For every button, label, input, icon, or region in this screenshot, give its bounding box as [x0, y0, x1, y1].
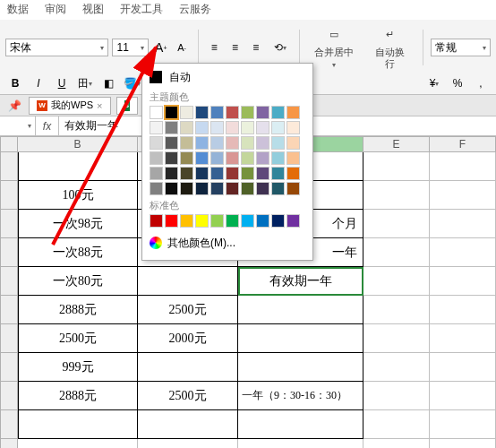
color-swatch[interactable]	[286, 106, 300, 119]
cell[interactable]	[138, 353, 238, 382]
color-swatch[interactable]	[195, 121, 209, 134]
cell[interactable]: 2500元	[18, 324, 138, 353]
column-header-b[interactable]: B	[18, 136, 138, 152]
more-colors-option[interactable]: 其他颜色(M)...	[150, 233, 305, 253]
color-swatch[interactable]	[226, 136, 239, 150]
cell[interactable]	[18, 152, 138, 181]
border-button[interactable]: 田▾	[75, 74, 95, 92]
color-swatch[interactable]	[256, 182, 269, 195]
row-header[interactable]	[0, 382, 18, 410]
cell[interactable]	[363, 382, 430, 410]
orientation-button[interactable]: ⟲▾	[268, 39, 292, 56]
color-swatch[interactable]	[241, 182, 254, 195]
color-swatch[interactable]	[256, 136, 269, 150]
eraser-button[interactable]: ◧	[98, 74, 118, 92]
cell[interactable]: 一年（9：30-16：30）	[238, 382, 363, 410]
cell[interactable]: 100元	[18, 181, 138, 210]
color-swatch[interactable]	[150, 106, 163, 119]
select-all-corner[interactable]	[0, 136, 18, 152]
name-box[interactable]: ▾	[0, 116, 36, 135]
color-swatch[interactable]	[150, 136, 163, 150]
ribbon-tab[interactable]: 开发工具	[120, 0, 163, 19]
color-swatch[interactable]	[271, 167, 285, 180]
color-swatch[interactable]	[195, 151, 209, 165]
tab-spreadsheet[interactable]: S	[116, 97, 138, 115]
color-swatch[interactable]	[180, 136, 193, 150]
row-header[interactable]	[0, 181, 18, 210]
color-swatch[interactable]	[195, 214, 209, 228]
cell[interactable]: 一次88元	[18, 238, 138, 267]
color-swatch[interactable]	[286, 121, 300, 134]
wrap-text-button[interactable]: ↵ 自动换行	[364, 24, 415, 71]
cell[interactable]	[430, 296, 496, 324]
color-swatch[interactable]	[226, 106, 239, 119]
color-swatch[interactable]	[165, 151, 178, 165]
color-swatch[interactable]	[286, 214, 300, 228]
cell[interactable]	[138, 410, 238, 439]
cell[interactable]: 2500元	[138, 382, 238, 410]
bold-button[interactable]: B	[5, 74, 25, 92]
color-swatch[interactable]	[195, 136, 209, 150]
color-swatch[interactable]	[226, 167, 239, 180]
color-swatch[interactable]	[271, 106, 285, 119]
align-middle-button[interactable]: ≡	[227, 39, 244, 56]
ribbon-tab[interactable]: 数据	[7, 0, 29, 19]
color-swatch[interactable]	[226, 151, 239, 165]
color-swatch[interactable]	[210, 136, 224, 150]
row-header[interactable]	[0, 410, 18, 439]
color-swatch[interactable]	[241, 121, 254, 134]
color-auto-option[interactable]: 自动	[150, 67, 305, 87]
fx-button[interactable]: fx	[36, 116, 59, 135]
cell[interactable]	[363, 324, 430, 353]
cell[interactable]	[430, 324, 496, 353]
number-format-select[interactable]: 常规 ▾	[431, 39, 492, 56]
cell[interactable]	[430, 382, 496, 410]
cell[interactable]: 2500元	[138, 296, 238, 324]
cell[interactable]	[430, 267, 496, 296]
italic-button[interactable]: I	[29, 74, 48, 92]
font-size-select[interactable]: 11 ▾	[112, 39, 149, 56]
color-swatch[interactable]	[271, 121, 285, 134]
cell[interactable]: 2888元	[18, 382, 138, 410]
color-swatch[interactable]	[210, 151, 224, 165]
color-swatch[interactable]	[210, 121, 224, 134]
cell[interactable]	[18, 410, 138, 439]
color-swatch[interactable]	[210, 214, 224, 228]
cell[interactable]	[363, 410, 430, 439]
cell[interactable]	[363, 267, 430, 296]
cell[interactable]	[430, 439, 496, 448]
color-swatch[interactable]	[150, 167, 163, 180]
ribbon-tab[interactable]: 视图	[82, 0, 104, 19]
ribbon-tab[interactable]: 云服务	[179, 0, 211, 19]
cell[interactable]	[238, 439, 363, 448]
percent-button[interactable]: %	[448, 74, 467, 92]
column-header-f[interactable]: F	[430, 136, 496, 152]
close-icon[interactable]: ×	[97, 100, 102, 111]
color-swatch[interactable]	[165, 106, 178, 119]
fill-color-button[interactable]: 🪣▾	[122, 74, 141, 92]
color-swatch[interactable]	[210, 106, 224, 119]
color-swatch[interactable]	[286, 167, 300, 180]
color-swatch[interactable]	[286, 136, 300, 150]
color-swatch[interactable]	[241, 214, 254, 228]
row-header[interactable]	[0, 267, 18, 296]
cell[interactable]	[363, 296, 430, 324]
merge-center-button[interactable]: ▭ 合并居中▾	[307, 24, 361, 71]
color-swatch[interactable]	[256, 214, 269, 228]
color-swatch[interactable]	[241, 151, 254, 165]
color-swatch[interactable]	[271, 136, 285, 150]
currency-button[interactable]: ¥▾	[424, 74, 444, 92]
cell[interactable]	[430, 152, 496, 181]
cell[interactable]	[18, 439, 138, 448]
align-bottom-button[interactable]: ≡	[247, 39, 264, 56]
color-swatch[interactable]	[180, 167, 193, 180]
color-swatch[interactable]	[165, 136, 178, 150]
cell[interactable]	[363, 353, 430, 382]
cell[interactable]: 一次98元	[18, 210, 138, 238]
cell[interactable]: 一次80元	[18, 267, 138, 296]
cell[interactable]	[363, 439, 430, 448]
column-header-e[interactable]: E	[363, 136, 430, 152]
color-swatch[interactable]	[180, 151, 193, 165]
cell[interactable]: 2000元	[138, 324, 238, 353]
cell[interactable]	[238, 296, 363, 324]
